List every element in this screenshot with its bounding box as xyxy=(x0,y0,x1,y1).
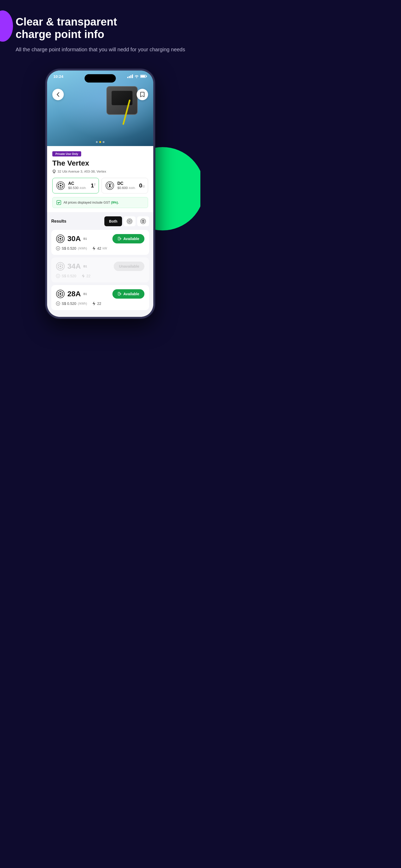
filter-tab-ac[interactable] xyxy=(124,216,136,226)
charger-item-2[interactable]: 28A B1 Available xyxy=(51,285,149,310)
carousel-dot-active xyxy=(99,141,101,143)
svg-point-62 xyxy=(62,294,63,296)
status-time: 10:24 xyxy=(53,74,63,79)
power-info-1: 22 xyxy=(81,274,91,278)
charger-id-group-2: 28A B1 xyxy=(56,289,87,298)
svg-point-7 xyxy=(60,187,61,188)
charger-connector-icon-1 xyxy=(56,262,65,271)
unavailable-button-1[interactable]: Unavailable xyxy=(114,262,144,271)
ev-charger-box xyxy=(106,86,138,115)
dc-available-count: 0/2 xyxy=(139,182,145,189)
connector-row: AC $0.530 /kWh 12 xyxy=(52,178,148,193)
header-subtitle: All the charge point information that yo… xyxy=(15,45,187,53)
filter-tab-dc[interactable] xyxy=(137,216,149,226)
svg-text:$: $ xyxy=(58,303,59,305)
svg-point-24 xyxy=(131,220,131,221)
svg-text:$: $ xyxy=(58,247,59,250)
charger-connector-icon-0 xyxy=(56,234,65,243)
svg-point-33 xyxy=(60,238,61,240)
phone-screen: 10:24 xyxy=(47,70,153,317)
power-info-0: 42 kW xyxy=(92,246,107,251)
svg-text:$: $ xyxy=(58,275,59,277)
charger-item-bottom-1: $ S$ 0.520 22 xyxy=(56,274,144,278)
charger-connector-icon-2 xyxy=(56,289,65,298)
svg-point-10 xyxy=(58,186,59,187)
filter-tab-both[interactable]: Both xyxy=(104,216,122,226)
available-button-0[interactable]: Available xyxy=(112,234,144,243)
phone-frame: 10:24 xyxy=(45,69,155,318)
svg-point-48 xyxy=(58,265,59,266)
svg-point-8 xyxy=(58,184,59,185)
available-button-2[interactable]: Available xyxy=(112,289,144,299)
svg-point-26 xyxy=(131,222,131,222)
svg-point-9 xyxy=(62,184,63,185)
results-label: Results xyxy=(51,219,66,224)
info-card: Private Use Only The Vertex 32 Ubi Avenu… xyxy=(47,146,153,212)
svg-point-22 xyxy=(129,222,130,223)
charger-item-top-0: 30A B1 Available xyxy=(56,234,144,243)
charger-item-0[interactable]: 30A B1 Available xyxy=(51,230,149,255)
svg-point-5 xyxy=(60,185,62,186)
ac-available-count: 12 xyxy=(91,182,96,189)
svg-point-59 xyxy=(58,292,59,293)
price-info-0: $ S$ 0.520 (/kWh) xyxy=(56,246,87,250)
charger-item-top-2: 28A B1 Available xyxy=(56,289,144,299)
charger-item-1: 34A B1 Unavailable $ S$ 0.520 xyxy=(51,257,149,282)
svg-rect-40 xyxy=(118,237,120,240)
dc-connector-card[interactable]: DC $0.600 /kWh 0/2 xyxy=(101,178,148,193)
svg-point-21 xyxy=(129,219,130,220)
gst-icon xyxy=(56,200,61,205)
price-icon-0: $ xyxy=(56,246,60,250)
svg-rect-2 xyxy=(146,76,147,77)
ac-connector-info: AC $0.530 /kWh xyxy=(68,181,86,190)
price-info-2: $ S$ 0.520 (/kWh) xyxy=(56,302,87,306)
wifi-icon xyxy=(134,74,139,78)
svg-point-60 xyxy=(62,292,63,293)
svg-rect-1 xyxy=(141,75,145,77)
charger-id-group-1: 34A B1 xyxy=(56,262,87,271)
lightning-icon-1 xyxy=(81,274,85,278)
svg-point-58 xyxy=(60,296,61,297)
gst-notice: All prices displayed include GST (9%). xyxy=(52,197,148,208)
status-icons xyxy=(127,74,147,78)
carousel-dot xyxy=(103,141,105,143)
dc-connector-icon xyxy=(105,181,115,191)
header-section: Clear & transparent charge point info Al… xyxy=(0,0,200,64)
carousel-dots xyxy=(96,141,105,143)
power-info-2: 22 xyxy=(92,301,101,306)
location-address: 32 Ubi Avenue 3, #03-38, Vertex xyxy=(52,169,148,174)
results-header: Results Both xyxy=(51,216,149,226)
svg-point-36 xyxy=(58,237,59,238)
charger-item-top-1: 34A B1 Unavailable xyxy=(56,262,144,271)
price-info-1: $ S$ 0.520 xyxy=(56,274,76,278)
back-button[interactable] xyxy=(52,89,64,100)
svg-point-35 xyxy=(60,240,61,241)
charger-id-group-0: 30A B1 xyxy=(56,234,87,243)
svg-point-61 xyxy=(58,294,59,296)
svg-point-38 xyxy=(58,239,59,240)
signal-bars xyxy=(127,74,133,78)
svg-point-16 xyxy=(109,185,110,186)
svg-rect-30 xyxy=(142,221,144,222)
ac-connector-card[interactable]: AC $0.530 /kWh 12 xyxy=(52,178,99,193)
svg-point-50 xyxy=(58,267,59,268)
bookmark-button[interactable] xyxy=(137,89,148,100)
private-badge: Private Use Only xyxy=(52,151,81,156)
svg-point-47 xyxy=(60,268,61,269)
svg-point-51 xyxy=(62,267,63,268)
results-section: Results Both xyxy=(47,212,153,317)
svg-point-56 xyxy=(60,293,61,295)
svg-point-27 xyxy=(140,219,146,224)
gst-percent: (9%). xyxy=(111,201,119,205)
svg-point-6 xyxy=(60,183,61,184)
svg-point-23 xyxy=(128,220,129,221)
price-icon-2: $ xyxy=(56,302,60,306)
phone-side-button-left2 xyxy=(45,127,46,142)
filter-tabs: Both xyxy=(104,216,149,226)
svg-point-11 xyxy=(62,186,63,187)
lightning-icon-0 xyxy=(92,246,96,251)
phone-side-button-right xyxy=(154,123,155,141)
dynamic-island xyxy=(85,74,116,83)
phone-wrapper: 10:24 xyxy=(12,69,189,318)
lightning-icon-2 xyxy=(92,301,96,306)
